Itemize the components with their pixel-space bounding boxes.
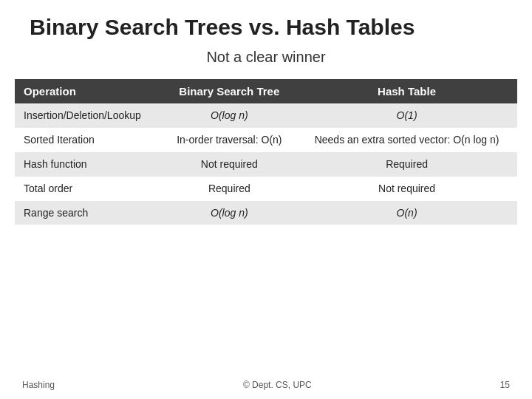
page-title: Binary Search Trees vs. Hash Tables — [22, 15, 510, 40]
cell-bst: Not required — [163, 152, 297, 177]
cell-ht: Not required — [296, 177, 517, 201]
table-row: Insertion/Deletion/LookupO(log n)O(1) — [15, 103, 517, 128]
cell-bst: Required — [163, 177, 297, 201]
cell-bst: O(log n) — [163, 201, 297, 225]
comparison-table: Operation Binary Search Tree Hash Table … — [15, 79, 517, 225]
cell-operation: Sorted Iteration — [15, 128, 163, 152]
table-row: Hash functionNot requiredRequired — [15, 152, 517, 177]
table-row: Sorted IterationIn-order traversal: O(n)… — [15, 128, 517, 152]
col-header-bst: Binary Search Tree — [163, 79, 297, 103]
table-header-row: Operation Binary Search Tree Hash Table — [15, 79, 517, 103]
table-row: Total orderRequiredNot required — [15, 177, 517, 201]
cell-ht: Needs an extra sorted vector: O(n log n) — [296, 128, 517, 152]
table-row: Range searchO(log n)O(n) — [15, 201, 517, 225]
col-header-ht: Hash Table — [296, 79, 517, 103]
cell-ht: O(1) — [296, 103, 517, 128]
cell-bst: O(log n) — [163, 103, 297, 128]
page-subtitle: Not a clear winner — [206, 49, 325, 66]
cell-operation: Range search — [15, 201, 163, 225]
page: Binary Search Trees vs. Hash Tables Not … — [0, 0, 532, 399]
cell-operation: Hash function — [15, 152, 163, 177]
cell-ht: O(n) — [296, 201, 517, 225]
cell-ht: Required — [296, 152, 517, 177]
footer: Hashing © Dept. CS, UPC 15 — [22, 380, 510, 390]
footer-left: Hashing — [22, 380, 55, 390]
footer-center: © Dept. CS, UPC — [243, 380, 312, 390]
col-header-operation: Operation — [15, 79, 163, 103]
cell-operation: Total order — [15, 177, 163, 201]
comparison-table-wrapper: Operation Binary Search Tree Hash Table … — [15, 79, 517, 225]
cell-bst: In-order traversal: O(n) — [163, 128, 297, 152]
cell-operation: Insertion/Deletion/Lookup — [15, 103, 163, 128]
footer-right: 15 — [500, 380, 510, 390]
